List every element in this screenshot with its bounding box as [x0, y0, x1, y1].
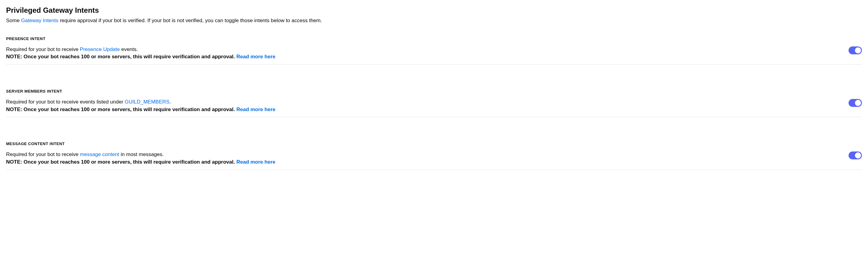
message-content-required-suffix: in most messages. [119, 151, 163, 157]
message-content-read-more-link[interactable]: Read more here [237, 159, 276, 165]
privileged-intents-section: Privileged Gateway Intents Some Gateway … [6, 6, 862, 170]
section-description-prefix: Some [6, 18, 21, 23]
message-content-intent-row: Required for your bot to receive message… [6, 151, 862, 170]
server-members-intent-toggle[interactable] [848, 99, 862, 107]
message-content-intent-header: MESSAGE CONTENT INTENT [6, 141, 862, 146]
server-members-intent-block: SERVER MEMBERS INTENT Required for your … [6, 89, 862, 117]
message-content-required-prefix: Required for your bot to receive [6, 151, 80, 157]
guild-members-link[interactable]: GUILD_MEMBERS [125, 99, 169, 105]
section-title: Privileged Gateway Intents [6, 6, 862, 14]
message-content-intent-toggle[interactable] [848, 151, 862, 159]
presence-intent-row: Required for your bot to receive Presenc… [6, 46, 862, 65]
server-members-read-more-link[interactable]: Read more here [237, 107, 276, 112]
toggle-knob [855, 152, 861, 159]
presence-read-more-link[interactable]: Read more here [237, 54, 276, 60]
server-members-intent-text: Required for your bot to receive events … [6, 98, 836, 113]
message-content-intent-block: MESSAGE CONTENT INTENT Required for your… [6, 141, 862, 170]
message-content-intent-text: Required for your bot to receive message… [6, 151, 836, 166]
presence-intent-header: PRESENCE INTENT [6, 36, 862, 41]
server-members-required-suffix: . [169, 99, 171, 105]
toggle-knob [855, 47, 861, 54]
presence-required-prefix: Required for your bot to receive [6, 46, 80, 52]
presence-intent-toggle[interactable] [848, 46, 862, 54]
presence-note-text: NOTE: Once your bot reaches 100 or more … [6, 54, 237, 60]
message-content-link[interactable]: message content [80, 151, 119, 157]
gateway-intents-link[interactable]: Gateway Intents [21, 18, 58, 23]
presence-update-link[interactable]: Presence Update [80, 46, 120, 52]
message-content-note-text: NOTE: Once your bot reaches 100 or more … [6, 159, 237, 165]
server-members-note-text: NOTE: Once your bot reaches 100 or more … [6, 107, 237, 112]
section-description: Some Gateway Intents require approval if… [6, 17, 862, 24]
presence-intent-text: Required for your bot to receive Presenc… [6, 46, 836, 61]
section-description-suffix: require approval if your bot is verified… [58, 18, 322, 23]
toggle-knob [855, 100, 861, 106]
presence-intent-block: PRESENCE INTENT Required for your bot to… [6, 36, 862, 65]
presence-required-suffix: events. [120, 46, 138, 52]
server-members-intent-row: Required for your bot to receive events … [6, 98, 862, 117]
server-members-intent-header: SERVER MEMBERS INTENT [6, 89, 862, 94]
server-members-required-prefix: Required for your bot to receive events … [6, 99, 125, 105]
